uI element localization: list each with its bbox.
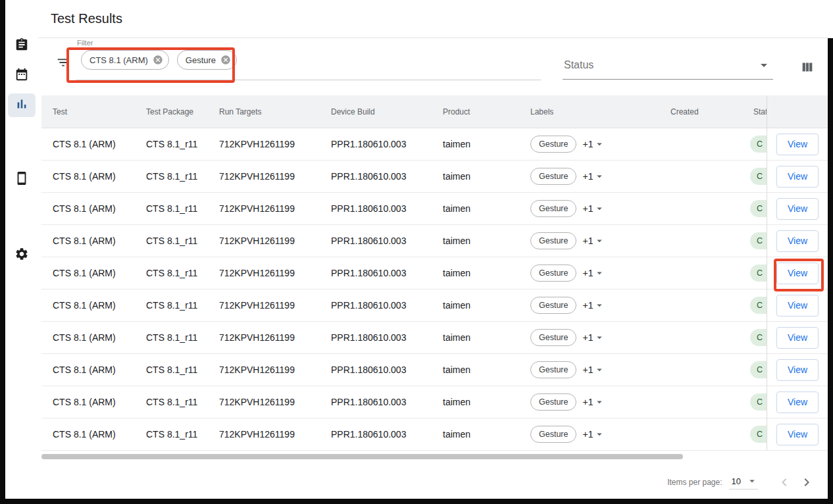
filter-input[interactable]: Filter CTS 8.1 (ARM) Gesture: [76, 39, 541, 80]
previous-page-button[interactable]: [776, 474, 792, 490]
window-edge-bottom: [0, 499, 833, 504]
items-per-page-select[interactable]: 10: [729, 475, 758, 490]
column-header-test-package[interactable]: Test Package: [135, 95, 208, 128]
status-select[interactable]: Status: [563, 51, 773, 80]
labels-more-count: +1: [582, 332, 593, 343]
cell-product: taimen: [432, 128, 519, 160]
labels-more-dropdown[interactable]: +1: [582, 235, 605, 247]
cell-created: [659, 290, 742, 321]
labels-more-dropdown[interactable]: +1: [582, 203, 605, 214]
column-header-run-targets[interactable]: Run Targets: [208, 95, 320, 128]
column-header-test[interactable]: Test: [41, 95, 135, 128]
sidebar-item-test-plans[interactable]: [8, 34, 36, 58]
labels-more-dropdown[interactable]: +1: [582, 332, 605, 343]
column-header-labels[interactable]: Labels: [519, 95, 659, 128]
cell-test: CTS 8.1 (ARM): [41, 290, 135, 321]
status-chip: C: [750, 393, 767, 411]
gear-icon: [14, 247, 29, 264]
cell-created: [659, 225, 742, 257]
cell-test-package: CTS 8.1_r11: [135, 322, 208, 353]
view-columns-icon[interactable]: [800, 60, 815, 74]
paginator: Items per page: 10: [38, 468, 828, 497]
horizontal-scrollbar-thumb[interactable]: [41, 454, 683, 459]
page-title: Test Results: [51, 11, 122, 26]
column-header-product[interactable]: Product: [432, 95, 519, 128]
cell-test-package: CTS 8.1_r11: [135, 225, 208, 257]
labels-more-count: +1: [582, 429, 593, 440]
labels-more-dropdown[interactable]: +1: [582, 428, 605, 440]
table-row: CTS 8.1 (ARM) CTS 8.1_r11 712KPVH1261199…: [41, 290, 767, 322]
cell-test: CTS 8.1 (ARM): [41, 354, 135, 386]
cell-labels: Gesture +1: [519, 290, 659, 321]
view-button[interactable]: View: [776, 134, 819, 155]
items-per-page-label: Items per page:: [667, 478, 722, 487]
view-button[interactable]: View: [776, 359, 819, 381]
chevron-left-icon: [776, 474, 792, 490]
cell-labels: Gesture +1: [519, 193, 659, 224]
sidebar-item-settings[interactable]: [8, 243, 36, 267]
view-button[interactable]: View: [776, 391, 819, 413]
view-button[interactable]: View: [776, 263, 819, 284]
cell-test: CTS 8.1 (ARM): [41, 418, 135, 450]
cell-status: C: [742, 290, 767, 321]
cell-device-build: PPR1.180610.003: [320, 225, 432, 257]
cell-device-build: PPR1.180610.003: [320, 386, 432, 418]
table-row: CTS 8.1 (ARM) CTS 8.1_r11 712KPVH1261199…: [41, 322, 767, 354]
filter-chip[interactable]: Gesture: [177, 50, 237, 70]
cell-status: C: [742, 418, 767, 450]
bar-chart-icon: [14, 97, 29, 114]
cell-product: taimen: [432, 386, 519, 418]
column-header-created[interactable]: Created: [659, 95, 742, 128]
calendar-icon: [14, 67, 29, 84]
cell-run-targets: 712KPVH1261199: [208, 225, 320, 257]
view-button[interactable]: View: [776, 327, 819, 349]
status-chip: C: [750, 200, 767, 217]
filter-icon[interactable]: [56, 55, 70, 70]
view-button[interactable]: View: [776, 198, 819, 220]
main-content: Test Results Filter CTS 8.1 (ARM) Gestur…: [38, 0, 828, 499]
view-button[interactable]: View: [776, 424, 819, 445]
label-chip: Gesture: [530, 265, 576, 282]
labels-more-dropdown[interactable]: +1: [582, 396, 605, 408]
view-button[interactable]: View: [776, 166, 819, 188]
cell-run-targets: 712KPVH1261199: [208, 290, 320, 321]
label-chip: Gesture: [530, 329, 576, 346]
sidebar-item-schedule[interactable]: [8, 64, 36, 88]
sidebar-item-devices[interactable]: [8, 168, 36, 191]
labels-more-count: +1: [582, 268, 593, 278]
labels-more-dropdown[interactable]: +1: [582, 138, 605, 150]
cell-product: taimen: [432, 354, 519, 386]
labels-more-dropdown[interactable]: +1: [582, 299, 605, 311]
chip-remove-icon[interactable]: [153, 55, 163, 65]
cell-product: taimen: [432, 290, 519, 321]
labels-more-count: +1: [582, 203, 593, 214]
dropdown-arrow-icon: [756, 57, 772, 73]
view-button[interactable]: View: [776, 230, 819, 252]
labels-more-count: +1: [582, 365, 593, 375]
labels-more-count: +1: [582, 139, 593, 149]
next-page-button[interactable]: [799, 474, 815, 490]
chip-remove-icon[interactable]: [220, 55, 231, 65]
cell-test-package: CTS 8.1_r11: [135, 193, 208, 224]
table-row: CTS 8.1 (ARM) CTS 8.1_r11 712KPVH1261199…: [41, 257, 767, 290]
cell-product: taimen: [432, 161, 519, 192]
labels-more-dropdown[interactable]: +1: [582, 267, 605, 279]
labels-more-dropdown[interactable]: +1: [582, 170, 605, 182]
column-header-device-build[interactable]: Device Build: [320, 95, 432, 128]
table-row: CTS 8.1 (ARM) CTS 8.1_r11 712KPVH1261199…: [41, 193, 767, 225]
sidebar-item-test-results[interactable]: [8, 93, 36, 117]
cell-status: C: [742, 193, 767, 224]
table-row: CTS 8.1 (ARM) CTS 8.1_r11 712KPVH1261199…: [41, 354, 767, 386]
view-button[interactable]: View: [776, 295, 819, 316]
labels-more-count: +1: [582, 300, 593, 311]
column-header-status[interactable]: Status: [742, 95, 767, 128]
cell-test: CTS 8.1 (ARM): [41, 225, 135, 257]
cell-product: taimen: [432, 418, 519, 450]
dropdown-arrow-icon: [593, 235, 605, 247]
status-chip: C: [750, 232, 767, 249]
labels-more-dropdown[interactable]: +1: [582, 364, 605, 376]
table-header-row: TestTest PackageRun TargetsDevice BuildP…: [41, 95, 767, 128]
status-chip: C: [750, 168, 767, 185]
cell-test-package: CTS 8.1_r11: [135, 354, 208, 386]
filter-chip[interactable]: CTS 8.1 (ARM): [81, 50, 169, 70]
